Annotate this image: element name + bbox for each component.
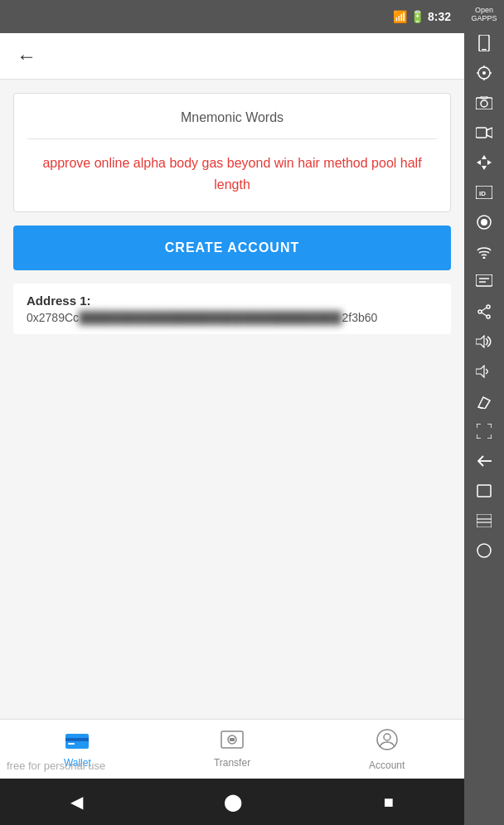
side-eraser-icon[interactable] <box>471 388 497 415</box>
svg-point-35 <box>478 310 482 313</box>
nav-item-wallet[interactable]: Wallet <box>0 724 155 775</box>
wallet-icon <box>65 730 89 754</box>
battery-icon: 🔋 <box>410 10 424 23</box>
android-nav: ◀ ⬤ ■ <box>0 779 464 825</box>
address-middle: ████████████████████████████████ <box>79 311 342 324</box>
mnemonic-title: Mnemonic Words <box>181 110 284 125</box>
svg-rect-43 <box>477 485 491 497</box>
nav-item-transfer[interactable]: Transfer <box>155 724 310 775</box>
svg-rect-30 <box>476 274 492 286</box>
status-icons: 📶 🔋 8:32 <box>393 10 451 23</box>
open-gapps-label: Open GAPPS <box>464 7 504 23</box>
svg-text:ID: ID <box>479 190 486 197</box>
address-label: Address 1: <box>27 294 438 308</box>
svg-point-33 <box>487 305 490 308</box>
svg-rect-16 <box>476 98 492 109</box>
side-record-icon[interactable] <box>471 209 497 235</box>
address-section: Address 1: 0x2789Cc█████████████████████… <box>13 284 451 334</box>
create-account-button[interactable]: CREATE ACCOUNT <box>13 226 451 270</box>
side-panel: Open GAPPS <box>464 0 504 825</box>
side-list-icon[interactable] <box>471 507 497 534</box>
svg-rect-9 <box>482 49 487 51</box>
side-id-icon[interactable]: ID <box>471 179 497 206</box>
side-recents-icon[interactable] <box>471 478 497 504</box>
side-phone-icon[interactable] <box>471 30 497 56</box>
svg-point-29 <box>483 256 486 259</box>
mnemonic-card: Mnemonic Words approve online alpha body… <box>13 93 451 212</box>
svg-point-11 <box>482 71 486 75</box>
mnemonic-words: approve online alpha body gas beyond win… <box>27 153 437 195</box>
side-volume-down-icon[interactable] <box>471 358 497 385</box>
svg-point-7 <box>384 734 390 740</box>
side-wifi-icon[interactable] <box>471 239 497 265</box>
svg-marker-22 <box>482 166 487 170</box>
account-label: Account <box>369 759 405 771</box>
side-gps-icon[interactable] <box>471 60 497 86</box>
account-icon <box>376 728 399 756</box>
side-share-icon[interactable] <box>471 298 497 325</box>
side-video-icon[interactable] <box>471 119 497 146</box>
svg-point-17 <box>481 100 487 107</box>
nav-item-account[interactable]: Account <box>309 721 464 778</box>
svg-rect-19 <box>476 128 487 138</box>
mnemonic-divider <box>27 138 437 139</box>
main-content: 📶 🔋 8:32 ← Mnemonic Words approve online… <box>0 0 464 825</box>
svg-line-36 <box>482 308 487 311</box>
svg-rect-5 <box>230 738 235 741</box>
app-header: ← <box>0 33 464 80</box>
side-move-icon[interactable] <box>471 149 497 176</box>
android-recents-button[interactable]: ■ <box>364 786 414 818</box>
svg-marker-20 <box>487 128 492 138</box>
back-button[interactable]: ← <box>13 41 40 71</box>
svg-marker-24 <box>487 160 492 165</box>
page-body: Mnemonic Words approve online alpha body… <box>0 80 464 719</box>
svg-point-28 <box>481 219 487 226</box>
svg-rect-44 <box>477 514 492 527</box>
svg-marker-21 <box>482 155 487 159</box>
wallet-label: Wallet <box>64 757 91 769</box>
android-home-button[interactable]: ⬤ <box>204 785 262 818</box>
transfer-label: Transfer <box>214 757 250 769</box>
side-message-icon[interactable] <box>471 269 497 295</box>
wifi-icon: 📶 <box>393 10 407 23</box>
svg-marker-23 <box>477 160 481 165</box>
status-bar: 📶 🔋 8:32 <box>0 0 464 33</box>
time-display: 8:32 <box>428 10 451 23</box>
svg-rect-1 <box>65 738 89 741</box>
svg-line-37 <box>482 313 487 316</box>
side-back-icon[interactable] <box>471 448 497 474</box>
side-camera-icon[interactable] <box>471 90 497 116</box>
transfer-icon <box>220 730 244 754</box>
side-home-icon[interactable] <box>471 537 497 564</box>
android-back-button[interactable]: ◀ <box>51 785 103 818</box>
side-fullscreen-icon[interactable] <box>471 418 497 444</box>
svg-marker-39 <box>476 366 484 377</box>
svg-rect-2 <box>68 743 75 745</box>
bottom-nav: Wallet Transfer Account <box>0 719 464 779</box>
address-prefix: 0x2789Cc <box>27 311 79 324</box>
side-volume-up-icon[interactable] <box>471 328 497 355</box>
svg-line-41 <box>478 407 485 409</box>
address-value: 0x2789Cc████████████████████████████████… <box>27 311 438 324</box>
svg-point-34 <box>487 315 490 318</box>
svg-rect-47 <box>477 544 491 557</box>
svg-marker-38 <box>476 336 484 347</box>
address-suffix: 2f3b60 <box>342 311 377 324</box>
